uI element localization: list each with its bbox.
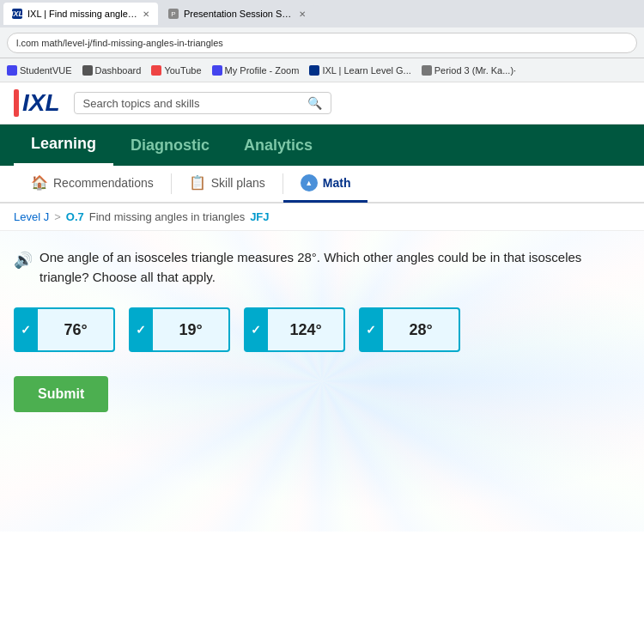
choice-checkbox-2: ✓ xyxy=(244,307,268,352)
tab-label-ixl: IXL | Find missing angles in tri... xyxy=(27,9,137,19)
speaker-icon[interactable]: 🔊 xyxy=(14,249,33,272)
choice-item-1[interactable]: ✓ 19° xyxy=(129,307,230,352)
content-wrapper: 🔊 One angle of an isosceles triangle mea… xyxy=(0,231,644,532)
skillplans-icon: 📋 xyxy=(189,174,206,191)
choice-value-0: 76° xyxy=(38,307,115,352)
choice-checkbox-1: ✓ xyxy=(129,307,153,352)
bookmark-label-zoom: My Profile - Zoom xyxy=(225,65,300,76)
bookmark-icon-dashboard xyxy=(82,65,93,76)
choice-value-3: 28° xyxy=(383,307,460,352)
bookmark-label-youtube: YouTube xyxy=(164,65,201,76)
tab-close-pres[interactable]: ✕ xyxy=(299,9,306,19)
choices-row: ✓ 76° ✓ 19° ✓ 124° ✓ 28° xyxy=(14,307,630,352)
bookmark-label-studentvue: StudentVUE xyxy=(20,65,72,76)
ixl-header: IXL Search topics and skills 🔍 xyxy=(0,82,644,125)
bookmark-icon-zoom xyxy=(212,65,222,76)
sub-nav: 🏠 Recommendations 📋 Skill plans ▲ Math xyxy=(0,166,644,204)
tab-ixl[interactable]: IXL IXL | Find missing angles in tri... … xyxy=(3,3,158,25)
breadcrumb-session: JFJ xyxy=(250,210,269,223)
address-text: l.com math/level-j/find-missing-angles-i… xyxy=(16,38,223,48)
breadcrumb-separator: > xyxy=(54,210,61,223)
bookmark-ixl[interactable]: IXL | Learn Level G... xyxy=(309,65,410,76)
choice-item-2[interactable]: ✓ 124° xyxy=(244,307,345,352)
bookmarks-bar: StudentVUE Dashboard YouTube My Profile … xyxy=(0,58,644,82)
subnav-math[interactable]: ▲ Math xyxy=(283,165,368,203)
breadcrumb-level[interactable]: Level J xyxy=(14,210,49,223)
search-icon: 🔍 xyxy=(307,96,322,110)
tab-close-ixl[interactable]: ✕ xyxy=(143,9,149,19)
submit-button[interactable]: Submit xyxy=(14,376,108,412)
choice-checkbox-3: ✓ xyxy=(359,307,383,352)
subnav-label-skillplans: Skill plans xyxy=(211,176,265,190)
question-container: 🔊 One angle of an isosceles triangle mea… xyxy=(14,248,630,287)
ixl-nav: Learning Diagnostic Analytics xyxy=(0,125,644,166)
subnav-recommendations[interactable]: 🏠 Recommendations xyxy=(14,165,171,203)
search-box[interactable]: Search topics and skills 🔍 xyxy=(74,92,331,114)
choice-item-0[interactable]: ✓ 76° xyxy=(14,307,115,352)
bookmark-icon-period xyxy=(422,65,432,76)
math-icon: ▲ xyxy=(301,174,318,191)
question-text: One angle of an isosceles triangle measu… xyxy=(39,248,630,287)
tab-favicon-ixl: IXL xyxy=(12,9,22,19)
browser-bar: l.com math/level-j/find-missing-angles-i… xyxy=(0,27,644,58)
breadcrumb-skill-name: Find missing angles in triangles xyxy=(89,210,245,223)
main-content: 🔊 One angle of an isosceles triangle mea… xyxy=(0,231,644,429)
choice-value-2: 124° xyxy=(268,307,345,352)
recommendations-icon: 🏠 xyxy=(31,174,48,191)
choice-value-1: 19° xyxy=(153,307,230,352)
bookmark-label-dashboard: Dashboard xyxy=(95,65,142,76)
bookmark-icon-studentvue xyxy=(7,65,17,76)
tab-favicon-pres: P xyxy=(168,9,179,19)
ixl-logo-text: IXL xyxy=(22,89,60,117)
nav-item-diagnostic[interactable]: Diagnostic xyxy=(113,125,227,166)
bookmark-label-period: Period 3 (Mr. Ka...)· xyxy=(434,65,516,76)
breadcrumb: Level J > O.7 Find missing angles in tri… xyxy=(0,204,644,231)
nav-item-analytics[interactable]: Analytics xyxy=(227,125,330,166)
bookmark-studentvue[interactable]: StudentVUE xyxy=(7,65,72,76)
ixl-logo-bar xyxy=(14,89,19,117)
subnav-label-recommendations: Recommendations xyxy=(53,176,154,190)
ixl-logo[interactable]: IXL xyxy=(14,89,60,117)
tab-presentation[interactable]: P Presentation Session Stud... ✕ xyxy=(160,3,314,25)
subnav-label-math: Math xyxy=(323,176,351,190)
bookmark-label-ixl: IXL | Learn Level G... xyxy=(322,65,410,76)
search-text: Search topics and skills xyxy=(83,97,301,110)
browser-tabs: IXL IXL | Find missing angles in tri... … xyxy=(0,0,644,27)
address-bar[interactable]: l.com math/level-j/find-missing-angles-i… xyxy=(7,33,637,53)
tab-label-pres: Presentation Session Stud... xyxy=(184,9,294,19)
bookmark-icon-ixl xyxy=(309,65,319,76)
choice-checkbox-0: ✓ xyxy=(14,307,38,352)
breadcrumb-skill-code: O.7 xyxy=(66,210,84,223)
bookmark-dashboard[interactable]: Dashboard xyxy=(82,65,142,76)
bookmark-period[interactable]: Period 3 (Mr. Ka...)· xyxy=(422,65,516,76)
bookmark-zoom[interactable]: My Profile - Zoom xyxy=(212,65,300,76)
nav-item-learning[interactable]: Learning xyxy=(14,125,113,166)
choice-item-3[interactable]: ✓ 28° xyxy=(359,307,460,352)
subnav-skillplans[interactable]: 📋 Skill plans xyxy=(172,165,283,203)
bookmark-icon-youtube xyxy=(151,65,161,76)
bookmark-youtube[interactable]: YouTube xyxy=(151,65,201,76)
